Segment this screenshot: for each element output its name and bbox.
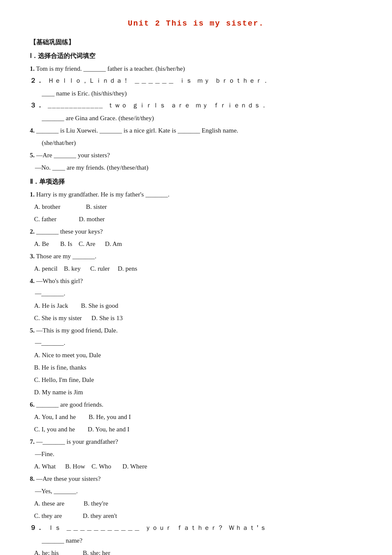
part2-q2-opts: A. Be B. Is C. Are D. Am [34,238,362,250]
part2-q8-opt-cd: C. they are D. they aren't [34,510,362,522]
part2-q9b: _______ name? [42,535,362,546]
part2-q4b: —_______. [35,288,362,299]
part2-q8: 8. —Are these your sisters? [30,473,362,485]
part1-q2b: ____ name is Eric. (his/this/they) [42,88,362,99]
part1-title: Ⅰ．选择合适的代词填空 [30,50,362,61]
part2-q7: 7. —_______ is your grandfather? [30,436,362,448]
part2-q7b: —Fine. [35,448,362,460]
part2-q9: ９． Ｉｓ ＿＿＿＿＿＿＿＿＿＿＿ ｙｏｕｒ ｆａｔｈｅｒ？ Ｗｈａｔ'ｓ [30,523,362,534]
part2-q6: 6. _______ are good friends. [30,399,362,410]
part2-q6-opt-ab: A. You, I and he B. He, you and I [34,411,362,423]
part2-q3: 3. Those are my _______. [30,251,362,262]
part2-q5b: —_______. [35,337,362,349]
part2-q8-opt-ab: A. these are B. they're [34,498,362,509]
part2-q4: 4. —Who's this girl? [30,275,362,287]
part2-title: Ⅱ．单项选择 [30,176,362,187]
part2-q5-optB: B. He is fine, thanks [34,362,362,373]
part2-q1-opt-cd: C. father D. mother [34,214,362,225]
part1-q3b: _______ are Gina and Grace. (these/it/th… [42,113,362,124]
bracket-header: 【基础巩固练】 [30,37,362,48]
part1-q3: ３． _____________ ｔｗｏ ｇｉｒｌｓ ａｒｅ ｍｙ ｆｒｉｅｎｄ… [30,100,362,112]
part1-q5b: —No. ____ are my friends. (they/these/th… [35,162,362,173]
part2-q5-optC: C. Hello, I'm fine, Dale [34,374,362,386]
part2-q2: 2. _______ these your keys? [30,226,362,237]
part2-q3-opts: A. pencil B. key C. ruler D. pens [34,263,362,275]
part2-q6-opt-cd: C. I, you and he D. You, he and I [34,424,362,435]
page-title: Unit 2 This is my sister. [30,17,362,31]
part2-q9-opt-ab: A. he; his B. she; her [34,547,362,555]
part1-q5: 5. —Are _______ your sisters? [30,150,362,161]
part1-q2: ２． Ｈｅｌｌｏ，Ｌｉｎｄａ！ ＿＿＿＿＿＿ ｉｓ ｍｙ ｂｒｏｔｈｅｒ． [30,75,362,87]
part2-q1: 1. Harry is my grandfather. He is my fat… [30,189,362,200]
part2-q4-opt-ab: A. He is Jack B. She is good [34,300,362,312]
part2-q7-opts: A. What B. How C. Who D. Where [34,461,362,472]
part2-q4-opt-cd: C. She is my sister D. She is 13 [34,312,362,324]
part2-q5-optA: A. Nice to meet you, Dale [34,350,362,361]
part1-q4: 4. _______ is Liu Xuewei. _______ is a n… [30,125,362,136]
part2-q8b: —Yes, _______. [35,486,362,497]
part1-q1: 1. Tom is my friend. _______ father is a… [30,63,362,75]
part2-q5-optD: D. My name is Jim [34,387,362,398]
part1-q4b: (she/that/her) [42,137,362,149]
part2-q5: 5. —This is my good friend, Dale. [30,325,362,336]
part2-q1-opt-ab: A. brother B. sister [34,201,362,213]
